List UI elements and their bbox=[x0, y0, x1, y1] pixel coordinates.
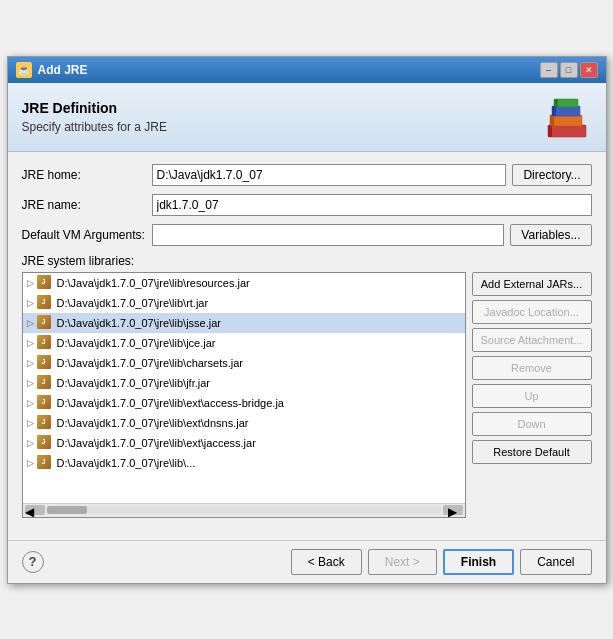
expand-arrow: ▷ bbox=[27, 398, 35, 408]
expand-arrow: ▷ bbox=[27, 278, 35, 288]
vm-args-row: Default VM Arguments: Variables... bbox=[22, 224, 592, 246]
jar-icon: J bbox=[37, 395, 53, 411]
restore-default-button[interactable]: Restore Default bbox=[472, 440, 592, 464]
list-item-label: D:\Java\jdk1.7.0_07\jre\lib\jfr.jar bbox=[57, 377, 210, 389]
down-button[interactable]: Down bbox=[472, 412, 592, 436]
maximize-button[interactable]: □ bbox=[560, 62, 578, 78]
libraries-list[interactable]: ▷ J D:\Java\jdk1.7.0_07\jre\lib\resource… bbox=[23, 273, 465, 503]
svg-rect-7 bbox=[554, 99, 558, 107]
source-attachment-button[interactable]: Source Attachment... bbox=[472, 328, 592, 352]
libraries-buttons: Add External JARs... Javadoc Location...… bbox=[472, 272, 592, 518]
jre-name-label: JRE name: bbox=[22, 198, 152, 212]
jar-icon: J bbox=[37, 435, 53, 451]
svg-rect-5 bbox=[550, 115, 554, 126]
list-item-label: D:\Java\jdk1.7.0_07\jre\lib\jce.jar bbox=[57, 337, 216, 349]
jre-home-label: JRE home: bbox=[22, 168, 152, 182]
window-icon: ☕ bbox=[16, 62, 32, 78]
list-item[interactable]: ▷ J D:\Java\jdk1.7.0_07\jre\lib\ext\jacc… bbox=[23, 433, 465, 453]
close-button[interactable]: ✕ bbox=[580, 62, 598, 78]
cancel-button[interactable]: Cancel bbox=[520, 549, 591, 575]
footer-left: ? bbox=[22, 551, 44, 573]
footer: ? < Back Next > Finish Cancel bbox=[8, 540, 606, 583]
finish-button[interactable]: Finish bbox=[443, 549, 514, 575]
jar-icon: J bbox=[37, 415, 53, 431]
svg-rect-0 bbox=[548, 125, 586, 137]
expand-arrow: ▷ bbox=[27, 338, 35, 348]
list-item-label: D:\Java\jdk1.7.0_07\jre\lib\jsse.jar bbox=[57, 317, 221, 329]
expand-arrow: ▷ bbox=[27, 418, 35, 428]
jar-icon: J bbox=[37, 335, 53, 351]
jre-name-input[interactable] bbox=[152, 194, 592, 216]
jar-icon: J bbox=[37, 355, 53, 371]
expand-arrow: ▷ bbox=[27, 438, 35, 448]
variables-button[interactable]: Variables... bbox=[510, 224, 591, 246]
next-button[interactable]: Next > bbox=[368, 549, 437, 575]
list-item[interactable]: ▷ J D:\Java\jdk1.7.0_07\jre\lib\resource… bbox=[23, 273, 465, 293]
header-subtitle: Specify attributes for a JRE bbox=[22, 120, 167, 134]
list-item[interactable]: ▷ J D:\Java\jdk1.7.0_07\jre\lib\ext\acce… bbox=[23, 393, 465, 413]
up-button[interactable]: Up bbox=[472, 384, 592, 408]
list-item[interactable]: ▷ J D:\Java\jdk1.7.0_07\jre\lib\charsets… bbox=[23, 353, 465, 373]
libraries-label: JRE system libraries: bbox=[22, 254, 592, 268]
list-item[interactable]: ▷ J D:\Java\jdk1.7.0_07\jre\lib\jsse.jar bbox=[23, 313, 465, 333]
books-icon bbox=[544, 93, 592, 141]
window-title: Add JRE bbox=[38, 63, 88, 77]
jre-name-row: JRE name: bbox=[22, 194, 592, 216]
libraries-list-wrapper: ▷ J D:\Java\jdk1.7.0_07\jre\lib\resource… bbox=[22, 272, 466, 518]
minimize-button[interactable]: – bbox=[540, 62, 558, 78]
jre-home-input[interactable] bbox=[152, 164, 507, 186]
directory-button[interactable]: Directory... bbox=[512, 164, 591, 186]
remove-button[interactable]: Remove bbox=[472, 356, 592, 380]
hscroll-left-btn[interactable]: ◀ bbox=[25, 505, 45, 515]
header-text: JRE Definition Specify attributes for a … bbox=[22, 100, 167, 134]
hscroll-right-btn[interactable]: ▶ bbox=[443, 505, 463, 515]
list-item-label: D:\Java\jdk1.7.0_07\jre\lib\rt.jar bbox=[57, 297, 209, 309]
footer-right: < Back Next > Finish Cancel bbox=[291, 549, 592, 575]
help-button[interactable]: ? bbox=[22, 551, 44, 573]
list-item-label: D:\Java\jdk1.7.0_07\jre\lib\ext\jaccess.… bbox=[57, 437, 256, 449]
svg-rect-2 bbox=[552, 106, 580, 116]
list-item-label: D:\Java\jdk1.7.0_07\jre\lib\charsets.jar bbox=[57, 357, 243, 369]
main-window: ☕ Add JRE – □ ✕ JRE Definition Specify a… bbox=[7, 56, 607, 584]
header-section: JRE Definition Specify attributes for a … bbox=[8, 83, 606, 152]
horizontal-scrollbar[interactable]: ◀ ▶ bbox=[23, 503, 465, 517]
list-item-label: D:\Java\jdk1.7.0_07\jre\lib\... bbox=[57, 457, 196, 469]
jar-icon: J bbox=[37, 455, 53, 471]
jre-home-row: JRE home: Directory... bbox=[22, 164, 592, 186]
libraries-section: ▷ J D:\Java\jdk1.7.0_07\jre\lib\resource… bbox=[22, 272, 592, 518]
expand-arrow: ▷ bbox=[27, 378, 35, 388]
expand-arrow: ▷ bbox=[27, 298, 35, 308]
hscroll-track bbox=[47, 506, 441, 514]
title-buttons: – □ ✕ bbox=[540, 62, 598, 78]
svg-rect-4 bbox=[548, 125, 552, 137]
expand-arrow: ▷ bbox=[27, 358, 35, 368]
title-bar: ☕ Add JRE – □ ✕ bbox=[8, 57, 606, 83]
list-item[interactable]: ▷ J D:\Java\jdk1.7.0_07\jre\lib\jce.jar bbox=[23, 333, 465, 353]
libraries-list-container: ▷ J D:\Java\jdk1.7.0_07\jre\lib\resource… bbox=[22, 272, 466, 518]
back-button[interactable]: < Back bbox=[291, 549, 362, 575]
add-external-jars-button[interactable]: Add External JARs... bbox=[472, 272, 592, 296]
list-item-label: D:\Java\jdk1.7.0_07\jre\lib\ext\dnsns.ja… bbox=[57, 417, 249, 429]
jar-icon: J bbox=[37, 315, 53, 331]
expand-arrow: ▷ bbox=[27, 458, 35, 468]
jar-icon: J bbox=[37, 275, 53, 291]
list-item[interactable]: ▷ J D:\Java\jdk1.7.0_07\jre\lib\jfr.jar bbox=[23, 373, 465, 393]
list-item-label: D:\Java\jdk1.7.0_07\jre\lib\resources.ja… bbox=[57, 277, 250, 289]
list-item[interactable]: ▷ J D:\Java\jdk1.7.0_07\jre\lib\ext\dnsn… bbox=[23, 413, 465, 433]
list-item-label: D:\Java\jdk1.7.0_07\jre\lib\ext\access-b… bbox=[57, 397, 284, 409]
svg-rect-1 bbox=[550, 115, 582, 126]
header-title: JRE Definition bbox=[22, 100, 167, 116]
list-item[interactable]: ▷ J D:\Java\jdk1.7.0_07\jre\lib\rt.jar bbox=[23, 293, 465, 313]
jar-icon: J bbox=[37, 295, 53, 311]
title-bar-left: ☕ Add JRE bbox=[16, 62, 88, 78]
jar-icon: J bbox=[37, 375, 53, 391]
vm-args-input[interactable] bbox=[152, 224, 505, 246]
content-area: JRE home: Directory... JRE name: Default… bbox=[8, 152, 606, 540]
header-icon bbox=[544, 93, 592, 141]
hscroll-thumb[interactable] bbox=[47, 506, 87, 514]
javadoc-location-button[interactable]: Javadoc Location... bbox=[472, 300, 592, 324]
svg-rect-6 bbox=[552, 106, 556, 116]
list-item[interactable]: ▷ J D:\Java\jdk1.7.0_07\jre\lib\... bbox=[23, 453, 465, 473]
expand-arrow: ▷ bbox=[27, 318, 35, 328]
vm-args-label: Default VM Arguments: bbox=[22, 228, 152, 242]
